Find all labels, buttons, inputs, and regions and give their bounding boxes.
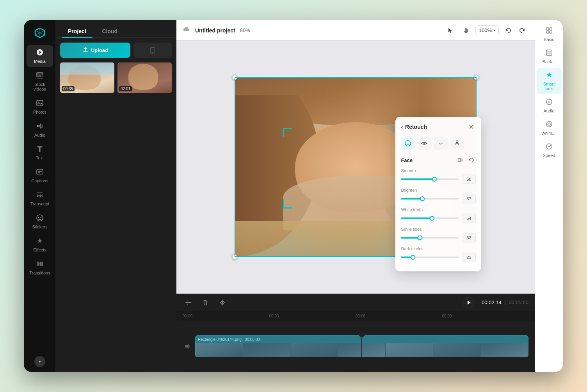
selection-handle-bl[interactable] <box>232 254 237 260</box>
sidebar-item-captions-label: Captions <box>31 178 48 183</box>
retouch-tab-lip[interactable] <box>434 136 448 150</box>
brighten-thumb[interactable] <box>420 196 425 201</box>
media-clip-2[interactable]: 02:01 <box>117 62 172 93</box>
sidebar-item-transitions[interactable]: Transitions <box>27 257 53 278</box>
time-current: 00:02:14 | 00:05:00 <box>482 299 528 305</box>
rp-item-background[interactable]: Back... <box>537 46 562 67</box>
track-thumb-3 <box>290 343 338 357</box>
svg-marker-32 <box>468 301 471 305</box>
dark-circles-thumb[interactable] <box>411 255 415 260</box>
play-btn[interactable] <box>462 296 475 309</box>
svg-point-41 <box>548 123 550 125</box>
white-teeth-label: White teeth <box>401 207 476 212</box>
redo-btn[interactable] <box>516 24 528 37</box>
dark-circles-label: Dark circles <box>401 246 476 251</box>
basic-icon <box>545 27 553 36</box>
smooth-label: Smooth <box>401 168 476 173</box>
canvas-area: ‹ Retouch ✕ <box>176 41 535 294</box>
selection-handle-tl[interactable] <box>232 75 237 80</box>
track-clip[interactable]: Rectangle 34626144.png 00:05:00 <box>195 335 528 357</box>
split-tool-btn[interactable] <box>183 297 194 308</box>
media-clip-1[interactable]: 00:35 <box>60 62 114 93</box>
retouch-section-actions <box>456 156 476 164</box>
undo-btn[interactable] <box>502 24 514 37</box>
brighten-track[interactable] <box>401 198 459 200</box>
svg-rect-9 <box>37 169 43 174</box>
sidebar-item-effects[interactable]: Effects <box>27 234 53 255</box>
smooth-track[interactable] <box>401 178 459 180</box>
compare-btn[interactable] <box>456 156 465 164</box>
track-thumb-6 <box>433 343 481 357</box>
brighten-control: 37 <box>401 194 476 203</box>
flip-btn[interactable] <box>217 297 228 308</box>
clip2-duration: 02:01 <box>119 86 132 91</box>
retouch-tab-face[interactable] <box>401 136 415 150</box>
retouch-close-btn[interactable]: ✕ <box>466 122 476 132</box>
hand-tool-btn[interactable] <box>460 24 472 37</box>
tab-cloud[interactable]: Cloud <box>96 25 124 37</box>
track-thumb-7 <box>480 343 528 357</box>
transitions-icon <box>36 260 44 269</box>
track-clip-label: Rectangle 34626144.png 00:05:00 <box>198 337 260 342</box>
tab-project[interactable]: Project <box>62 25 92 37</box>
sidebar-item-stickers[interactable]: Stickers <box>27 211 53 232</box>
main-area: Untitled project 80% 100% ▾ <box>176 20 535 372</box>
white-teeth-control: 54 <box>401 214 476 223</box>
rp-item-smart-tools[interactable]: Smart tools <box>537 68 562 94</box>
cloud-save-icon <box>183 25 190 35</box>
sidebar-item-text-label: Text <box>36 155 44 160</box>
sidebar-item-captions[interactable]: Captions <box>27 165 53 186</box>
captions-icon <box>36 168 44 177</box>
timeline-ruler: 00:00 00:03 00:06 00:09 <box>176 311 535 321</box>
white-teeth-track[interactable] <box>401 217 459 219</box>
close-icon: ✕ <box>469 123 474 131</box>
stickers-icon <box>36 214 44 223</box>
undo-redo-group <box>502 24 528 37</box>
retouch-tab-body[interactable] <box>450 136 464 150</box>
zoom-control[interactable]: 100% ▾ <box>475 25 499 35</box>
sidebar-item-stock-videos-label: Stock videos <box>29 82 51 91</box>
track-thumb-4 <box>338 343 386 357</box>
smile-lines-thumb[interactable] <box>418 235 422 240</box>
white-teeth-fill <box>401 217 432 219</box>
slider-smooth: Smooth 58 <box>401 168 476 184</box>
cursor-tool-btn[interactable] <box>444 24 457 37</box>
sidebar-item-stock-videos[interactable]: Stock videos <box>27 68 53 94</box>
text-icon: T <box>37 145 42 154</box>
reset-btn[interactable] <box>467 156 476 164</box>
svg-rect-36 <box>550 31 552 33</box>
basic-label: Basic <box>544 37 554 42</box>
back-arrow-icon: ‹ <box>401 124 403 130</box>
sidebar-item-audio[interactable]: Audio <box>27 119 53 141</box>
sidebar-expand-btn[interactable]: ▾ <box>34 356 45 367</box>
retouch-tab-eye[interactable] <box>417 136 431 150</box>
rp-item-basic[interactable]: Basic <box>537 23 562 45</box>
sidebar-item-transcript[interactable]: Transcript <box>27 188 53 209</box>
track-thumb-1 <box>196 343 243 357</box>
speed-icon <box>545 143 553 151</box>
sidebar-item-media[interactable]: Media <box>27 45 53 67</box>
retouch-section-header: Face <box>401 156 476 164</box>
device-button[interactable] <box>133 43 172 58</box>
rp-item-speed[interactable]: Speed <box>537 139 562 161</box>
sidebar-item-text[interactable]: T Text <box>27 142 53 163</box>
audio-right-label: Audio <box>543 109 554 113</box>
delete-btn[interactable] <box>200 297 211 308</box>
track-volume-icon[interactable] <box>183 343 192 349</box>
media-grid: 00:35 02:01 <box>60 62 172 93</box>
sidebar-item-stickers-label: Stickers <box>32 225 47 229</box>
rp-item-animation[interactable]: Anim... <box>537 117 562 139</box>
sidebar-item-photos[interactable]: Photos <box>27 96 53 118</box>
selection-handle-tr[interactable] <box>474 75 479 80</box>
smile-lines-track[interactable] <box>401 237 459 239</box>
retouch-back-btn[interactable]: ‹ Retouch <box>401 124 427 130</box>
sidebar-item-media-label: Media <box>34 59 46 64</box>
dark-circles-track[interactable] <box>401 257 459 258</box>
white-teeth-thumb[interactable] <box>430 216 434 221</box>
upload-icon <box>82 46 89 54</box>
upload-area: Upload <box>60 43 172 58</box>
smooth-thumb[interactable] <box>432 177 437 182</box>
upload-button[interactable]: Upload <box>60 43 130 58</box>
smile-lines-label: Smile lines <box>401 227 476 232</box>
rp-item-audio[interactable]: Audio <box>537 95 562 116</box>
